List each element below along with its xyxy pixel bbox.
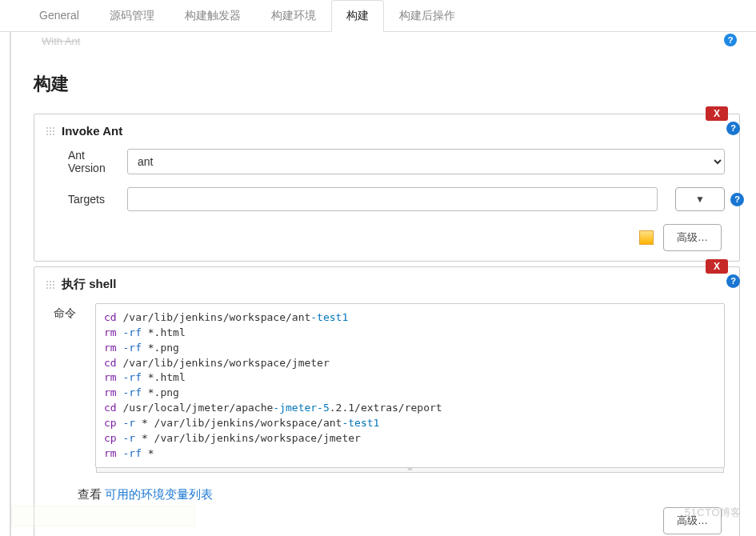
toast-blur (11, 506, 195, 526)
tab-build[interactable]: 构建 (331, 0, 384, 32)
step-title: Invoke Ant (62, 124, 122, 138)
ant-version-select[interactable]: ant (127, 149, 725, 174)
tab-general[interactable]: General (24, 0, 94, 31)
remove-step-button[interactable]: X (706, 259, 728, 274)
note-icon (639, 230, 654, 245)
drag-handle-icon[interactable] (46, 126, 55, 136)
build-step-execute-shell: X 执行 shell 命令 cd /var/lib/jenkins/worksp… (34, 266, 740, 536)
content: With Ant ? 构建 X Invoke Ant Ant Version a… (10, 32, 756, 536)
targets-input[interactable] (127, 187, 658, 211)
help-icon[interactable]: ? (730, 193, 744, 206)
command-label: 命令 (46, 303, 86, 321)
tab-build-env[interactable]: 构建环境 (256, 0, 331, 31)
watermark: 51CTO博客 (685, 506, 742, 520)
help-icon[interactable]: ? (726, 274, 740, 288)
remove-step-button[interactable]: X (706, 106, 728, 121)
env-vars-hint: 查看 可用的环境变量列表 (78, 487, 725, 502)
ant-version-label: Ant Version (46, 149, 118, 174)
resize-grip[interactable]: ═ (96, 468, 724, 473)
step-title: 执行 shell (62, 277, 116, 292)
shell-command-editor[interactable]: cd /var/lib/jenkins/workspace/ant-test1r… (95, 303, 725, 468)
tab-post-build[interactable]: 构建后操作 (384, 0, 470, 31)
previous-step-cutoff: With Ant ? (34, 32, 740, 50)
config-tabs: General 源码管理 构建触发器 构建环境 构建 构建后操作 (0, 0, 756, 32)
drag-handle-icon[interactable] (46, 280, 55, 290)
help-icon[interactable]: ? (726, 122, 740, 135)
env-vars-link[interactable]: 可用的环境变量列表 (105, 487, 213, 501)
tab-triggers[interactable]: 构建触发器 (170, 0, 256, 31)
tab-scm[interactable]: 源码管理 (94, 0, 170, 31)
build-step-invoke-ant: X Invoke Ant Ant Version ant Targets ▼ ?… (34, 114, 740, 262)
advanced-button[interactable]: 高级… (663, 224, 722, 251)
targets-label: Targets (46, 193, 118, 206)
expand-targets-button[interactable]: ▼ (675, 187, 725, 211)
help-icon[interactable]: ? (724, 34, 737, 46)
section-title-build: 构建 (34, 72, 740, 96)
